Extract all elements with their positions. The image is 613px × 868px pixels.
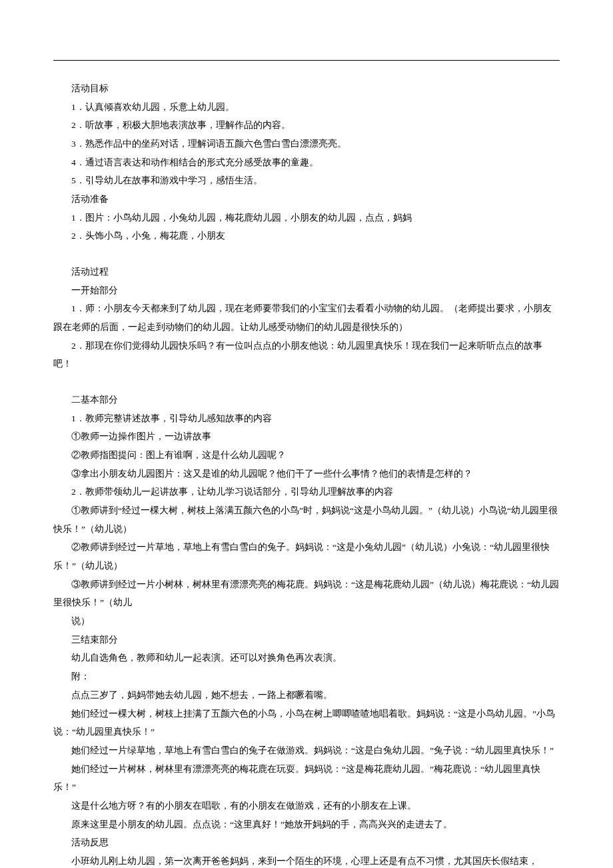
part1-para: 1．师：小朋友今天都来到了幼儿园，现在老师要带我们的小宝宝们去看看小动物的幼儿园… bbox=[53, 299, 560, 336]
prep-line: 2．头饰小鸟，小兔，梅花鹿，小朋友 bbox=[53, 227, 560, 245]
goals-line: 5．引导幼儿在故事和游戏中学习，感悟生活。 bbox=[53, 171, 560, 190]
section-heading-reflection: 活动反思 bbox=[53, 833, 560, 852]
part2-para: 2．教师带领幼儿一起讲故事，让幼儿学习说话部分，引导幼儿理解故事的内容 bbox=[53, 483, 560, 501]
part2-para: 说） bbox=[53, 612, 560, 631]
appendix-para: 她们经过一棵大树，树枝上挂满了五颜六色的小鸟，小鸟在树上唧唧喳喳地唱着歌。妈妈说… bbox=[53, 705, 560, 741]
reflection-para: 小班幼儿刚上幼儿园，第一次离开爸爸妈妈，来到一个陌生的环境，心理上还是有点不习惯… bbox=[53, 852, 560, 868]
part2-para: ③教师讲到经过一片小树林，树林里有漂漂亮亮的梅花鹿。妈妈说：“这是梅花鹿幼儿园”… bbox=[53, 575, 560, 612]
section-heading-prep: 活动准备 bbox=[53, 190, 560, 209]
appendix-para: 原来这里是小朋友的幼儿园。点点说：“这里真好！”她放开妈妈的手，高高兴兴的走进去… bbox=[53, 815, 560, 834]
section-heading-goals: 活动目标 bbox=[53, 79, 560, 98]
part2-para: ③拿出小朋友幼儿园图片：这又是谁的幼儿园呢？他们干了一些什么事情？他们的表情是怎… bbox=[53, 465, 560, 483]
section-heading-process: 活动过程 bbox=[53, 263, 560, 281]
part2-para: 1．教师完整讲述故事，引导幼儿感知故事的内容 bbox=[53, 409, 560, 428]
part2-para: ②教师指图提问：图上有谁啊，这是什么幼儿园呢？ bbox=[53, 446, 560, 465]
subheading-part1: 一开始部分 bbox=[53, 281, 560, 300]
subheading-part2: 二基本部分 bbox=[53, 391, 560, 409]
part2-para: ①教师一边操作图片，一边讲故事 bbox=[53, 427, 560, 446]
appendix-para: 这是什么地方呀？有的小朋友在唱歌，有的小朋友在做游戏，还有的小朋友在上课。 bbox=[53, 797, 560, 815]
goals-line: 1．认真倾喜欢幼儿园，乐意上幼儿园。 bbox=[53, 98, 560, 117]
goals-line: 2．听故事，积极大胆地表演故事，理解作品的内容。 bbox=[53, 116, 560, 135]
subheading-part3: 三结束部分 bbox=[53, 631, 560, 649]
part3-para: 幼儿自选角色，教师和幼儿一起表演。还可以对换角色再次表演。 bbox=[53, 649, 560, 667]
top-rule bbox=[53, 60, 560, 61]
section-heading-appendix: 附： bbox=[53, 667, 560, 686]
appendix-para: 点点三岁了，妈妈带她去幼儿园，她不想去，一路上都噘着嘴。 bbox=[53, 686, 560, 705]
prep-line: 1．图片：小鸟幼儿园，小兔幼儿园，梅花鹿幼儿园，小朋友的幼儿园，点点，妈妈 bbox=[53, 209, 560, 227]
document-page: 活动目标 1．认真倾喜欢幼儿园，乐意上幼儿园。 2．听故事，积极大胆地表演故事，… bbox=[0, 0, 613, 868]
appendix-para: 她们经过一片树林，树林里有漂漂亮亮的梅花鹿在玩耍。妈妈说：“这是梅花鹿幼儿园。”… bbox=[53, 760, 560, 797]
part1-para: 2．那现在你们觉得幼儿园快乐吗？有一位叫点点的小朋友他说：幼儿园里真快乐！现在我… bbox=[53, 337, 560, 373]
goals-line: 3．熟悉作品中的坐药对话，理解词语五颜六色雪白雪白漂漂亮亮。 bbox=[53, 135, 560, 153]
part2-para: ②教师讲到经过一片草地，草地上有雪白雪白的兔子。妈妈说：“这是小兔幼儿园”（幼儿… bbox=[53, 538, 560, 575]
appendix-para: 她们经过一片绿草地，草地上有雪白雪白的兔子在做游戏。妈妈说：“这是白兔幼儿园。”… bbox=[53, 741, 560, 760]
goals-line: 4．通过语言表达和动作相结合的形式充分感受故事的童趣。 bbox=[53, 153, 560, 172]
section-gap bbox=[53, 245, 560, 263]
section-gap bbox=[53, 373, 560, 391]
part2-para: ①教师讲到“经过一棵大树，树枝上落满五颜六色的小鸟”时，妈妈说“这是小鸟幼儿园。… bbox=[53, 501, 560, 538]
